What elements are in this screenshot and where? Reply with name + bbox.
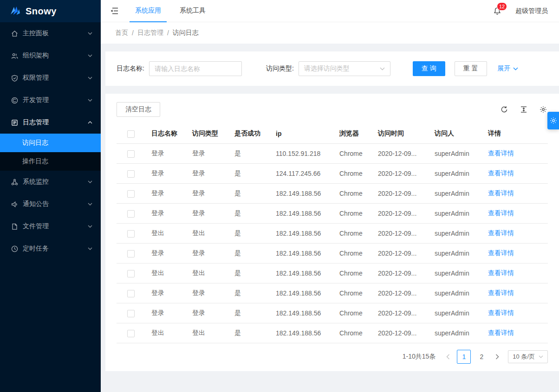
sidebar-item-label: 定时任务 xyxy=(23,244,49,253)
view-detail-link[interactable]: 查看详情 xyxy=(488,309,514,316)
logo-text: Snowy xyxy=(26,6,57,17)
sidebar-item-monitor-nodes[interactable]: 系统监控 xyxy=(0,171,101,193)
visit-type-select[interactable]: 请选择访问类型 xyxy=(299,61,390,76)
row-checkbox[interactable] xyxy=(127,270,135,277)
cell-log-name: 登录 xyxy=(148,184,188,204)
cell-browser: Chrome xyxy=(336,283,374,303)
view-detail-link[interactable]: 查看详情 xyxy=(488,149,514,157)
cell-visit-time: 2020-12-09... xyxy=(374,144,431,164)
app-window: Snowy 主控面板组织架构权限管理开发管理日志管理访问日志操作日志系统监控通知… xyxy=(0,0,559,392)
snowy-logo-icon xyxy=(9,5,21,17)
row-checkbox[interactable] xyxy=(127,230,135,238)
row-checkbox[interactable] xyxy=(127,310,135,317)
query-button[interactable]: 查 询 xyxy=(413,61,445,76)
cell-log-name: 登录 xyxy=(148,244,188,263)
page-number[interactable]: 2 xyxy=(474,350,488,364)
cell-ip: 182.149.188.56 xyxy=(272,184,336,204)
current-user[interactable]: 超级管理员 xyxy=(515,7,548,15)
cell-visit-type: 登录 xyxy=(188,184,231,204)
view-detail-link[interactable]: 查看详情 xyxy=(488,209,514,217)
breadcrumb-item: 访问日志 xyxy=(173,29,199,37)
cell-log-name: 登录 xyxy=(148,283,188,303)
column-height-icon[interactable] xyxy=(520,106,527,113)
page-size-select[interactable]: 10 条/页 xyxy=(508,350,548,363)
view-detail-link[interactable]: 查看详情 xyxy=(488,169,514,177)
sidebar-item-file[interactable]: 文件管理 xyxy=(0,215,101,238)
home-icon xyxy=(11,30,18,37)
sidebar-item-home[interactable]: 主控面板 xyxy=(0,22,101,45)
chevron-down-icon xyxy=(513,67,518,71)
view-detail-link[interactable]: 查看详情 xyxy=(488,229,514,237)
notification-bell-icon[interactable]: 12 xyxy=(493,7,501,15)
menu-fold-icon[interactable] xyxy=(110,7,118,14)
file-icon xyxy=(11,223,18,230)
main-area: 系统应用系统工具 12 超级管理员 首页/日志管理/访问日志 日志名称: 访问类… xyxy=(101,0,559,392)
sidebar-item-label: 组织架构 xyxy=(23,51,49,60)
cell-browser: Chrome xyxy=(336,164,374,184)
cell-log-name: 登出 xyxy=(148,323,188,343)
row-checkbox[interactable] xyxy=(127,190,135,198)
row-checkbox[interactable] xyxy=(127,330,135,337)
table-settings-gear-icon[interactable] xyxy=(540,106,547,113)
expand-toggle[interactable]: 展开 xyxy=(498,64,518,73)
row-checkbox[interactable] xyxy=(127,290,135,297)
sidebar-item-log-book[interactable]: 日志管理 xyxy=(0,111,101,134)
cell-browser: Chrome xyxy=(336,263,374,283)
cell-visitor: superAdmin xyxy=(431,323,484,343)
table-row: 登出登出是182.149.188.56Chrome2020-12-09...su… xyxy=(117,263,548,283)
page-number[interactable]: 1 xyxy=(457,350,471,364)
visit-type-label: 访问类型: xyxy=(266,64,294,73)
sidebar-item-label: 主控面板 xyxy=(23,29,49,38)
cell-visitor: superAdmin xyxy=(431,204,484,224)
app-logo[interactable]: Snowy xyxy=(0,0,101,22)
table-row: 登录登录是124.117.245.66Chrome2020-12-09...su… xyxy=(117,164,548,184)
cell-visit-type: 登录 xyxy=(188,144,231,164)
shield-icon xyxy=(11,75,18,82)
view-detail-link[interactable]: 查看详情 xyxy=(488,289,514,296)
theme-settings-button[interactable] xyxy=(547,112,559,129)
breadcrumb-item[interactable]: 首页 xyxy=(115,29,128,37)
next-page-icon[interactable] xyxy=(492,354,502,360)
pagination: 1-10共15条 12 10 条/页 xyxy=(117,350,548,364)
row-checkbox[interactable] xyxy=(127,170,135,178)
top-tab[interactable]: 系统应用 xyxy=(130,0,167,22)
refresh-icon[interactable] xyxy=(500,106,508,113)
reset-button[interactable]: 重 置 xyxy=(455,61,487,76)
cell-visitor: superAdmin xyxy=(431,184,484,204)
cell-success: 是 xyxy=(231,263,272,283)
column-header: 详情 xyxy=(484,124,548,144)
page-numbers: 12 xyxy=(457,350,488,364)
view-detail-link[interactable]: 查看详情 xyxy=(488,249,514,257)
table-row: 登录登录是182.149.188.56Chrome2020-12-09...su… xyxy=(117,184,548,204)
cell-visit-time: 2020-12-09... xyxy=(374,164,431,184)
clear-logs-button[interactable]: 清空日志 xyxy=(117,102,160,117)
view-detail-link[interactable]: 查看详情 xyxy=(488,189,514,197)
breadcrumb-item[interactable]: 日志管理 xyxy=(137,29,163,37)
sidebar-item-shield[interactable]: 权限管理 xyxy=(0,67,101,89)
chevron-down-icon xyxy=(88,54,92,57)
sidebar-subitem[interactable]: 操作日志 xyxy=(0,152,101,171)
table-row: 登出登出是182.149.188.56Chrome2020-12-09...su… xyxy=(117,323,548,343)
view-detail-link[interactable]: 查看详情 xyxy=(488,269,514,276)
log-name-input[interactable] xyxy=(149,61,242,76)
sidebar-subitem[interactable]: 访问日志 xyxy=(0,134,101,152)
sidebar-item-team[interactable]: 组织架构 xyxy=(0,45,101,67)
sidebar-item-code-circle[interactable]: 开发管理 xyxy=(0,89,101,111)
cell-browser: Chrome xyxy=(336,323,374,343)
access-log-table: 日志名称访问类型是否成功ip浏览器访问时间访问人详情 登录登录是110.152.… xyxy=(117,124,548,343)
sidebar-item-megaphone[interactable]: 通知公告 xyxy=(0,193,101,215)
sidebar-item-clock[interactable]: 定时任务 xyxy=(0,238,101,260)
chevron-down-icon xyxy=(88,225,92,228)
cell-success: 是 xyxy=(231,164,272,184)
cell-log-name: 登录 xyxy=(148,164,188,184)
row-checkbox[interactable] xyxy=(127,250,135,257)
row-checkbox[interactable] xyxy=(127,210,135,218)
top-tab[interactable]: 系统工具 xyxy=(174,0,211,22)
row-checkbox[interactable] xyxy=(127,150,135,158)
view-detail-link[interactable]: 查看详情 xyxy=(488,329,514,336)
breadcrumb: 首页/日志管理/访问日志 xyxy=(101,22,559,44)
select-all-checkbox[interactable] xyxy=(127,130,135,138)
cell-success: 是 xyxy=(231,224,272,244)
sidebar-item-label: 通知公告 xyxy=(23,200,49,208)
prev-page-icon[interactable] xyxy=(443,354,453,360)
